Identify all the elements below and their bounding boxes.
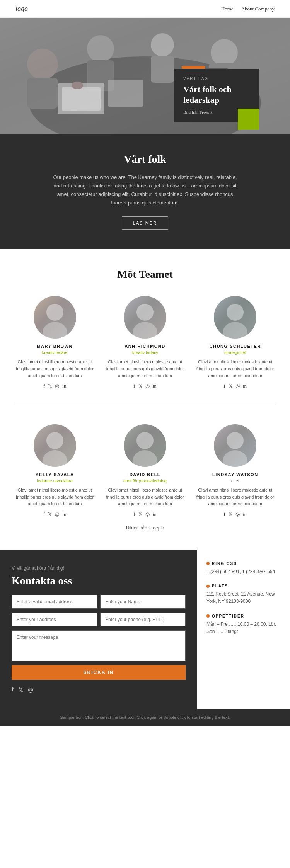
name-input[interactable] bbox=[100, 595, 186, 609]
svg-point-16 bbox=[46, 304, 63, 321]
contact-social-icons: f 𝕏 ◎ bbox=[12, 686, 186, 693]
facebook-icon[interactable]: f bbox=[133, 511, 135, 517]
contact-left: Vi vill gärna höra från dig! Kontakta os… bbox=[0, 550, 197, 709]
svg-point-4 bbox=[87, 35, 114, 62]
instagram-icon[interactable]: ◎ bbox=[145, 383, 150, 389]
facebook-icon[interactable]: f bbox=[43, 511, 45, 517]
facebook-icon[interactable]: f bbox=[12, 686, 14, 693]
member-role-chung: strategichef bbox=[194, 350, 276, 355]
svg-rect-3 bbox=[27, 78, 58, 109]
hero-section: VÅRT LAG Vårt folk och ledarskap Bild fr… bbox=[0, 18, 290, 134]
svg-point-6 bbox=[151, 33, 174, 56]
linkedin-icon[interactable]: in bbox=[153, 511, 157, 517]
twitter-icon[interactable]: 𝕏 bbox=[48, 383, 52, 389]
twitter-icon[interactable]: 𝕏 bbox=[138, 511, 142, 517]
message-textarea[interactable] bbox=[12, 630, 186, 661]
social-icons-david: f 𝕏 ◎ in bbox=[104, 511, 186, 517]
avatar-kelly bbox=[34, 424, 76, 467]
team-member-lindsay: LINDSAY WATSON chef Glavi amet nitnsl li… bbox=[194, 424, 276, 517]
hours-dot-icon bbox=[206, 614, 210, 618]
member-bio-chung: Glavi amet nitnsl libero molestie ante u… bbox=[194, 359, 276, 379]
team-row-divider bbox=[14, 405, 276, 405]
svg-point-15 bbox=[72, 82, 83, 89]
contact-title: Kontakta oss bbox=[12, 575, 186, 587]
main-nav: Home About Company bbox=[221, 6, 275, 12]
phone-input[interactable] bbox=[100, 613, 186, 626]
linkedin-icon[interactable]: in bbox=[153, 383, 157, 389]
facebook-icon[interactable]: f bbox=[43, 383, 45, 389]
twitter-icon[interactable]: 𝕏 bbox=[138, 383, 142, 389]
contact-location-text: 121 Rock Sreet, 21 Avenue, New York, NY … bbox=[206, 591, 281, 605]
contact-form: SKICKA IN bbox=[12, 595, 186, 680]
facebook-icon[interactable]: f bbox=[224, 383, 225, 389]
linkedin-icon[interactable]: in bbox=[62, 511, 66, 517]
phone-dot-icon bbox=[206, 562, 210, 565]
member-name-mary: MARY BROWN bbox=[14, 344, 96, 349]
twitter-icon[interactable]: 𝕏 bbox=[229, 511, 232, 517]
twitter-icon[interactable]: 𝕏 bbox=[229, 383, 232, 389]
submit-button[interactable]: SKICKA IN bbox=[12, 665, 186, 680]
svg-point-17 bbox=[43, 322, 67, 339]
facebook-icon[interactable]: f bbox=[133, 383, 135, 389]
member-role-lindsay: chef bbox=[194, 478, 276, 483]
site-header: logo Home About Company bbox=[0, 0, 290, 18]
twitter-icon[interactable]: 𝕏 bbox=[18, 686, 23, 693]
instagram-icon[interactable]: ◎ bbox=[235, 511, 240, 517]
svg-point-24 bbox=[136, 432, 154, 449]
nav-about[interactable]: About Company bbox=[241, 6, 275, 12]
vart-folk-section: Vårt folk Our people make us who we are.… bbox=[0, 134, 290, 249]
member-bio-kelly: Glavi amet nitnsl libero molestie ante u… bbox=[14, 487, 96, 507]
member-bio-mary: Glavi amet nitnsl libero molestie ante u… bbox=[14, 359, 96, 379]
svg-point-23 bbox=[43, 450, 67, 467]
facebook-icon[interactable]: f bbox=[224, 511, 225, 517]
avatar-ann bbox=[124, 296, 166, 339]
instagram-icon[interactable]: ◎ bbox=[145, 511, 150, 517]
vart-folk-body: Our people make us who we are. The Kearn… bbox=[52, 173, 238, 207]
nav-home[interactable]: Home bbox=[221, 6, 234, 12]
site-footer: Sample text. Click to select the text bo… bbox=[0, 709, 290, 726]
avatar-mary bbox=[34, 296, 76, 339]
instagram-icon[interactable]: ◎ bbox=[55, 383, 59, 389]
svg-point-2 bbox=[27, 49, 58, 80]
bilder-freepik: Bilder från Freepik bbox=[12, 525, 278, 531]
team-member-david: DAVID BELL chef för produktledning Glavi… bbox=[104, 424, 186, 517]
linkedin-icon[interactable]: in bbox=[243, 511, 247, 517]
instagram-icon[interactable]: ◎ bbox=[28, 686, 33, 693]
svg-point-21 bbox=[223, 322, 247, 339]
twitter-icon[interactable]: 𝕏 bbox=[48, 511, 52, 517]
member-role-ann: kreativ ledare bbox=[104, 350, 186, 355]
las-mer-button[interactable]: LÄS MER bbox=[122, 216, 168, 230]
team-member-kelly: KELLY SAVALA ledande utvecklare Glavi am… bbox=[14, 424, 96, 517]
member-bio-ann: Glavi amet nitnsl libero molestie ante u… bbox=[104, 359, 186, 379]
social-icons-ann: f 𝕏 ◎ in bbox=[104, 383, 186, 389]
svg-point-20 bbox=[227, 304, 244, 321]
member-name-kelly: KELLY SAVALA bbox=[14, 472, 96, 477]
social-icons-kelly: f 𝕏 ◎ in bbox=[14, 511, 96, 517]
member-name-lindsay: LINDSAY WATSON bbox=[194, 472, 276, 477]
logo: logo bbox=[15, 5, 28, 13]
contact-hours-text: Mån – Fre ….. 10.00 – 20.00, Lör, Sön ….… bbox=[206, 621, 281, 635]
svg-point-18 bbox=[136, 304, 154, 321]
instagram-icon[interactable]: ◎ bbox=[55, 511, 59, 517]
team-grid: MARY BROWN kreativ ledare Glavi amet nit… bbox=[14, 296, 276, 517]
linkedin-icon[interactable]: in bbox=[243, 383, 247, 389]
svg-point-26 bbox=[227, 432, 244, 449]
instagram-icon[interactable]: ◎ bbox=[235, 383, 240, 389]
team-section: Möt Teamet MARY BROWN kreativ ledare Gla… bbox=[0, 249, 290, 550]
address-input[interactable] bbox=[12, 613, 97, 626]
linkedin-icon[interactable]: in bbox=[62, 383, 66, 389]
avatar-david bbox=[124, 424, 166, 467]
social-icons-mary: f 𝕏 ◎ in bbox=[14, 383, 96, 389]
social-icons-lindsay: f 𝕏 ◎ in bbox=[194, 511, 276, 517]
green-accent-block bbox=[238, 109, 259, 130]
contact-subtitle: Vi vill gärna höra från dig! bbox=[12, 565, 186, 571]
svg-point-22 bbox=[46, 432, 63, 449]
form-row-2 bbox=[12, 613, 186, 626]
team-member-mary: MARY BROWN kreativ ledare Glavi amet nit… bbox=[14, 296, 96, 389]
member-role-mary: kreativ ledare bbox=[14, 350, 96, 355]
member-role-kelly: ledande utvecklare bbox=[14, 478, 96, 483]
contact-right: RING OSS 1 (234) 567-891, 1 (234) 987-65… bbox=[197, 550, 290, 709]
team-title: Möt Teamet bbox=[12, 268, 278, 281]
email-input[interactable] bbox=[12, 595, 97, 609]
contact-phone-block: RING OSS 1 (234) 567-891, 1 (234) 987-65… bbox=[206, 562, 281, 575]
